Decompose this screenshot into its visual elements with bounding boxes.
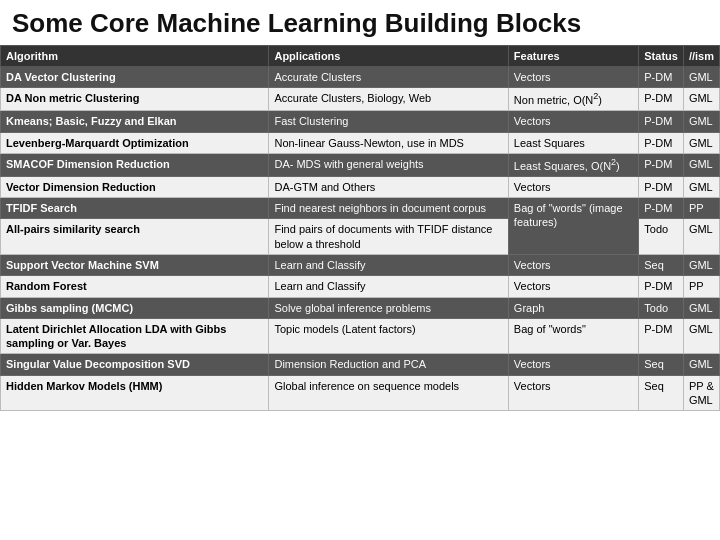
cell-features: Vectors (508, 67, 638, 88)
cell-applications: Accurate Clusters (269, 67, 508, 88)
cell-algorithm: SMACOF Dimension Reduction (1, 153, 269, 176)
cell-applications: DA- MDS with general weights (269, 153, 508, 176)
cell-features: Graph (508, 297, 638, 318)
cell-algorithm: Hidden Markov Models (HMM) (1, 375, 269, 411)
cell-ism: PP (683, 198, 719, 219)
cell-applications: Topic models (Latent factors) (269, 318, 508, 354)
cell-applications: Dimension Reduction and PCA (269, 354, 508, 375)
table-row: DA Vector ClusteringAccurate ClustersVec… (1, 67, 720, 88)
table-row: Hidden Markov Models (HMM)Global inferen… (1, 375, 720, 411)
col-ism: //ism (683, 46, 719, 67)
cell-ism: GML (683, 176, 719, 197)
cell-ism: GML (683, 354, 719, 375)
cell-applications: Learn and Classify (269, 254, 508, 275)
cell-status: P-DM (639, 88, 684, 111)
table-row: Vector Dimension ReductionDA-GTM and Oth… (1, 176, 720, 197)
cell-features: Least Squares (508, 132, 638, 153)
col-features: Features (508, 46, 638, 67)
cell-applications: Learn and Classify (269, 276, 508, 297)
cell-ism: GML (683, 67, 719, 88)
cell-features: Vectors (508, 375, 638, 411)
cell-algorithm: Gibbs sampling (MCMC) (1, 297, 269, 318)
cell-status: P-DM (639, 318, 684, 354)
cell-ism: PP &GML (683, 375, 719, 411)
cell-ism: PP (683, 276, 719, 297)
table-row: Levenberg-Marquardt OptimizationNon-line… (1, 132, 720, 153)
table-row: Latent Dirichlet Allocation LDA with Gib… (1, 318, 720, 354)
cell-algorithm: Random Forest (1, 276, 269, 297)
cell-applications: Non-linear Gauss-Newton, use in MDS (269, 132, 508, 153)
cell-algorithm: DA Vector Clustering (1, 67, 269, 88)
col-applications: Applications (269, 46, 508, 67)
table-row: DA Non metric ClusteringAccurate Cluster… (1, 88, 720, 111)
cell-features: Vectors (508, 276, 638, 297)
cell-features: Vectors (508, 111, 638, 132)
cell-features: Least Squares, O(N2) (508, 153, 638, 176)
cell-algorithm: Kmeans; Basic, Fuzzy and Elkan (1, 111, 269, 132)
cell-algorithm: Latent Dirichlet Allocation LDA with Gib… (1, 318, 269, 354)
cell-status: P-DM (639, 132, 684, 153)
table-header-row: Algorithm Applications Features Status /… (1, 46, 720, 67)
cell-applications: Fast Clustering (269, 111, 508, 132)
cell-ism: GML (683, 111, 719, 132)
page-title: Some Core Machine Learning Building Bloc… (0, 0, 720, 45)
cell-status: P-DM (639, 198, 684, 219)
cell-ism: GML (683, 132, 719, 153)
cell-status: Seq (639, 375, 684, 411)
cell-algorithm: Vector Dimension Reduction (1, 176, 269, 197)
table-row: TFIDF SearchFind nearest neighbors in do… (1, 198, 720, 219)
cell-status: P-DM (639, 276, 684, 297)
cell-applications: Solve global inference problems (269, 297, 508, 318)
cell-algorithm: Support Vector Machine SVM (1, 254, 269, 275)
cell-status: Todo (639, 219, 684, 255)
table-row: Kmeans; Basic, Fuzzy and ElkanFast Clust… (1, 111, 720, 132)
cell-ism: GML (683, 88, 719, 111)
cell-features: Bag of "words" (image features) (508, 198, 638, 255)
cell-algorithm: Singular Value Decomposition SVD (1, 354, 269, 375)
cell-algorithm: Levenberg-Marquardt Optimization (1, 132, 269, 153)
cell-ism: GML (683, 254, 719, 275)
table-row: SMACOF Dimension ReductionDA- MDS with g… (1, 153, 720, 176)
cell-applications: Find nearest neighbors in document corpu… (269, 198, 508, 219)
cell-algorithm: TFIDF Search (1, 198, 269, 219)
cell-features: Vectors (508, 254, 638, 275)
table-row: Random ForestLearn and ClassifyVectorsP-… (1, 276, 720, 297)
table-row: Gibbs sampling (MCMC)Solve global infere… (1, 297, 720, 318)
cell-status: P-DM (639, 176, 684, 197)
cell-ism: GML (683, 219, 719, 255)
cell-ism: GML (683, 153, 719, 176)
table-row: Support Vector Machine SVMLearn and Clas… (1, 254, 720, 275)
col-status: Status (639, 46, 684, 67)
cell-applications: Accurate Clusters, Biology, Web (269, 88, 508, 111)
cell-ism: GML (683, 318, 719, 354)
col-algorithm: Algorithm (1, 46, 269, 67)
main-table: Algorithm Applications Features Status /… (0, 45, 720, 411)
cell-status: P-DM (639, 67, 684, 88)
cell-features: Vectors (508, 354, 638, 375)
cell-applications: Find pairs of documents with TFIDF dista… (269, 219, 508, 255)
cell-status: Seq (639, 354, 684, 375)
cell-status: Todo (639, 297, 684, 318)
cell-algorithm: DA Non metric Clustering (1, 88, 269, 111)
cell-ism: GML (683, 297, 719, 318)
cell-applications: Global inference on sequence models (269, 375, 508, 411)
cell-status: Seq (639, 254, 684, 275)
cell-status: P-DM (639, 153, 684, 176)
cell-applications: DA-GTM and Others (269, 176, 508, 197)
cell-status: P-DM (639, 111, 684, 132)
cell-features: Non metric, O(N2) (508, 88, 638, 111)
cell-features: Vectors (508, 176, 638, 197)
table-row: Singular Value Decomposition SVDDimensio… (1, 354, 720, 375)
cell-features: Bag of "words" (508, 318, 638, 354)
cell-algorithm: All-pairs similarity search (1, 219, 269, 255)
